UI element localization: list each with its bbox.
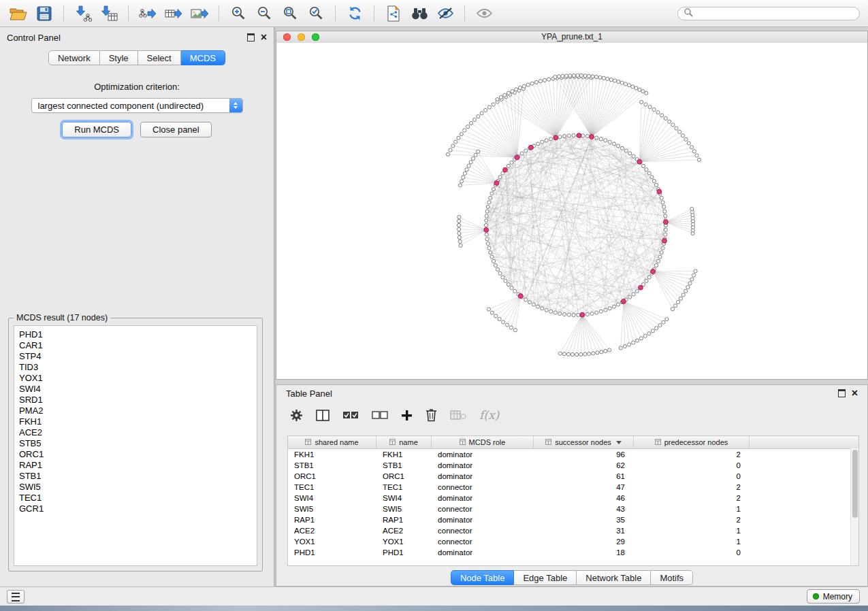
column-header-successor-nodes[interactable]: successor nodes: [534, 436, 634, 448]
window-maximize-button[interactable]: [312, 33, 319, 41]
delete-icon[interactable]: [425, 408, 437, 422]
table-cell[interactable]: YOX1: [288, 536, 376, 547]
table-cell[interactable]: STB1: [288, 460, 376, 471]
add-column-icon[interactable]: [401, 410, 413, 421]
table-cell[interactable]: dominator: [432, 514, 534, 525]
network-canvas[interactable]: [276, 43, 867, 379]
select-all-icon[interactable]: [342, 411, 359, 420]
table-row[interactable]: PHD1PHD1dominator180: [288, 547, 858, 558]
table-row[interactable]: SWI4SWI4dominator462: [288, 493, 858, 503]
list-item[interactable]: ACE2: [19, 427, 257, 438]
table-cell[interactable]: YOX1: [376, 536, 432, 547]
tab-network-table[interactable]: Network Table: [577, 570, 651, 585]
table-cell[interactable]: PHD1: [288, 547, 376, 558]
table-row[interactable]: YOX1YOX1connector291: [288, 536, 858, 547]
table-cell[interactable]: 46: [534, 493, 634, 503]
export-image-icon[interactable]: [189, 4, 210, 23]
split-divider-horizontal[interactable]: [276, 380, 868, 384]
list-item[interactable]: ORC1: [19, 449, 257, 460]
table-cell[interactable]: 1: [634, 503, 750, 514]
close-panel-button[interactable]: Close panel: [140, 122, 212, 137]
table-cell[interactable]: ORC1: [376, 471, 432, 482]
table-row[interactable]: TEC1TEC1connector472: [288, 482, 858, 493]
table-cell[interactable]: connector: [432, 536, 534, 547]
table-row[interactable]: ACE2ACE2connector311: [288, 525, 858, 536]
column-header-shared-name[interactable]: shared name: [288, 436, 376, 448]
table-cell[interactable]: 2: [634, 482, 750, 493]
table-cell[interactable]: ACE2: [376, 525, 432, 536]
table-cell[interactable]: 2: [634, 449, 750, 460]
table-cell[interactable]: 61: [534, 471, 634, 482]
panel-menu-button[interactable]: [7, 590, 25, 604]
search-box[interactable]: [677, 7, 860, 20]
search-network-icon[interactable]: [409, 4, 430, 23]
tab-node-table[interactable]: Node Table: [451, 570, 515, 585]
tab-motifs[interactable]: Motifs: [651, 570, 693, 585]
table-cell[interactable]: 18: [534, 547, 634, 558]
open-in-browser-icon[interactable]: [383, 4, 404, 23]
list-item[interactable]: RAP1: [19, 460, 257, 471]
table-cell[interactable]: 0: [634, 547, 750, 558]
table-cell[interactable]: 2: [634, 514, 750, 525]
table-cell[interactable]: 2: [634, 493, 750, 503]
table-row[interactable]: SWI5SWI5connector431: [288, 503, 858, 514]
list-item[interactable]: TID3: [19, 362, 257, 373]
list-item[interactable]: FKH1: [19, 416, 257, 427]
window-close-button[interactable]: [283, 33, 291, 41]
float-panel-icon[interactable]: [838, 389, 846, 397]
import-network-icon[interactable]: [73, 4, 93, 23]
refresh-layout-icon[interactable]: [344, 4, 365, 23]
table-row[interactable]: STB1STB1dominator620: [288, 460, 858, 471]
window-minimize-button[interactable]: [298, 33, 305, 41]
list-item[interactable]: STB5: [19, 438, 257, 449]
zoom-in-icon[interactable]: [228, 4, 248, 23]
table-cell[interactable]: dominator: [432, 493, 534, 503]
list-item[interactable]: SWI5: [19, 482, 257, 493]
close-panel-icon[interactable]: ×: [261, 33, 267, 42]
table-cell[interactable]: connector: [432, 525, 534, 536]
table-cell[interactable]: RAP1: [376, 514, 432, 525]
table-cell[interactable]: PHD1: [376, 547, 432, 558]
zoom-selected-icon[interactable]: [306, 4, 326, 23]
column-header-name[interactable]: name: [376, 436, 432, 448]
zoom-out-icon[interactable]: [254, 4, 274, 23]
list-item[interactable]: STP4: [19, 351, 257, 362]
table-cell[interactable]: 35: [534, 514, 634, 525]
close-panel-icon[interactable]: ×: [852, 389, 858, 397]
table-cell[interactable]: 31: [534, 525, 634, 536]
table-cell[interactable]: SWI5: [288, 503, 376, 514]
show-columns-icon[interactable]: [316, 410, 329, 421]
table-cell[interactable]: 1: [634, 525, 750, 536]
table-cell[interactable]: FKH1: [288, 449, 376, 460]
show-hide-icon[interactable]: [435, 4, 455, 23]
zoom-fit-icon[interactable]: [280, 4, 300, 23]
list-item[interactable]: PHD1: [19, 329, 257, 340]
tab-edge-table[interactable]: Edge Table: [514, 570, 577, 585]
list-item[interactable]: TEC1: [19, 493, 257, 503]
list-item[interactable]: YOX1: [19, 373, 257, 384]
tab-select[interactable]: Select: [138, 50, 181, 65]
table-cell[interactable]: SWI4: [288, 493, 376, 503]
table-cell[interactable]: FKH1: [376, 449, 432, 460]
export-table-icon[interactable]: [163, 4, 184, 23]
table-cell[interactable]: dominator: [432, 547, 534, 558]
table-cell[interactable]: ACE2: [288, 525, 376, 536]
tab-network[interactable]: Network: [48, 50, 100, 65]
table-row[interactable]: RAP1RAP1dominator352: [288, 514, 858, 525]
table-cell[interactable]: dominator: [432, 471, 534, 482]
column-header-predecessor-nodes[interactable]: predecessor nodes: [634, 436, 750, 448]
table-cell[interactable]: 0: [634, 471, 750, 482]
optimization-dropdown[interactable]: largest connected component (undirected): [31, 98, 243, 113]
save-session-icon[interactable]: [34, 4, 54, 23]
table-cell[interactable]: 96: [534, 449, 634, 460]
table-cell[interactable]: connector: [432, 503, 534, 514]
scrollbar-thumb[interactable]: [852, 450, 858, 518]
table-cell[interactable]: 47: [534, 482, 634, 493]
table-cell[interactable]: 0: [634, 460, 750, 471]
list-item[interactable]: SWI4: [19, 384, 257, 395]
import-table-icon[interactable]: [99, 4, 119, 23]
table-cell[interactable]: RAP1: [288, 514, 376, 525]
deselect-all-icon[interactable]: [372, 411, 388, 420]
export-network-icon[interactable]: [138, 4, 158, 23]
table-cell[interactable]: 43: [534, 503, 634, 514]
